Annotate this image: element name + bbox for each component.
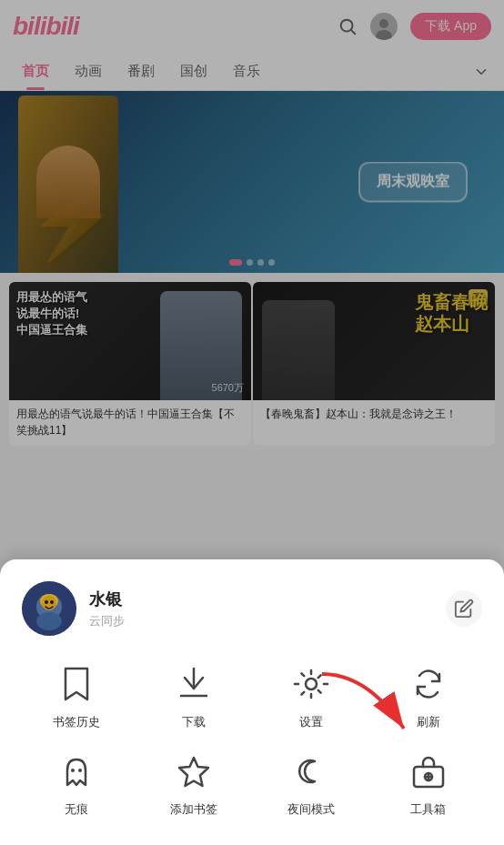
avatar-image <box>22 581 76 636</box>
svg-point-16 <box>78 769 82 772</box>
user-profile-row: 水银 云同步 <box>22 581 482 636</box>
menu-label-night-mode: 夜间模式 <box>287 801 335 818</box>
svg-point-14 <box>306 679 317 689</box>
star-icon <box>171 749 217 794</box>
bookmark-icon <box>54 661 99 707</box>
menu-item-add-bookmark[interactable]: 添加书签 <box>139 749 247 818</box>
user-avatar-large <box>22 581 76 636</box>
user-sync-label: 云同步 <box>89 613 446 629</box>
download-icon <box>171 661 217 707</box>
menu-item-settings[interactable]: 设置 <box>257 661 365 730</box>
ghost-icon <box>54 749 99 794</box>
menu-item-download[interactable]: 下载 <box>139 661 247 730</box>
menu-grid: 书签历史 下载 设置 <box>22 661 482 818</box>
settings-icon <box>288 661 334 707</box>
svg-point-10 <box>50 600 54 604</box>
svg-marker-17 <box>179 758 208 786</box>
toolbox-icon <box>406 749 451 794</box>
svg-point-9 <box>45 600 48 604</box>
menu-label-download: 下载 <box>182 714 206 730</box>
bottom-sheet: 水银 云同步 书签历史 <box>0 559 504 845</box>
menu-label-add-bookmark: 添加书签 <box>170 801 217 818</box>
menu-item-night-mode[interactable]: 夜间模式 <box>257 749 365 818</box>
edit-profile-button[interactable] <box>446 590 482 627</box>
menu-item-toolbox[interactable]: 工具箱 <box>374 749 482 818</box>
menu-label-refresh: 刷新 <box>417 714 440 730</box>
menu-item-bookmark[interactable]: 书签历史 <box>22 661 130 730</box>
menu-item-ghost[interactable]: 无痕 <box>22 749 130 818</box>
svg-point-15 <box>71 769 75 772</box>
menu-label-toolbox: 工具箱 <box>410 801 446 818</box>
user-info: 水银 云同步 <box>89 588 446 629</box>
menu-item-refresh[interactable]: 刷新 <box>374 661 482 730</box>
svg-point-11 <box>36 612 62 630</box>
menu-label-ghost: 无痕 <box>65 801 88 818</box>
user-name: 水银 <box>89 588 446 610</box>
refresh-icon <box>406 661 451 707</box>
menu-label-settings: 设置 <box>299 714 323 730</box>
menu-label-bookmark: 书签历史 <box>53 714 100 730</box>
night-mode-icon <box>288 749 334 794</box>
